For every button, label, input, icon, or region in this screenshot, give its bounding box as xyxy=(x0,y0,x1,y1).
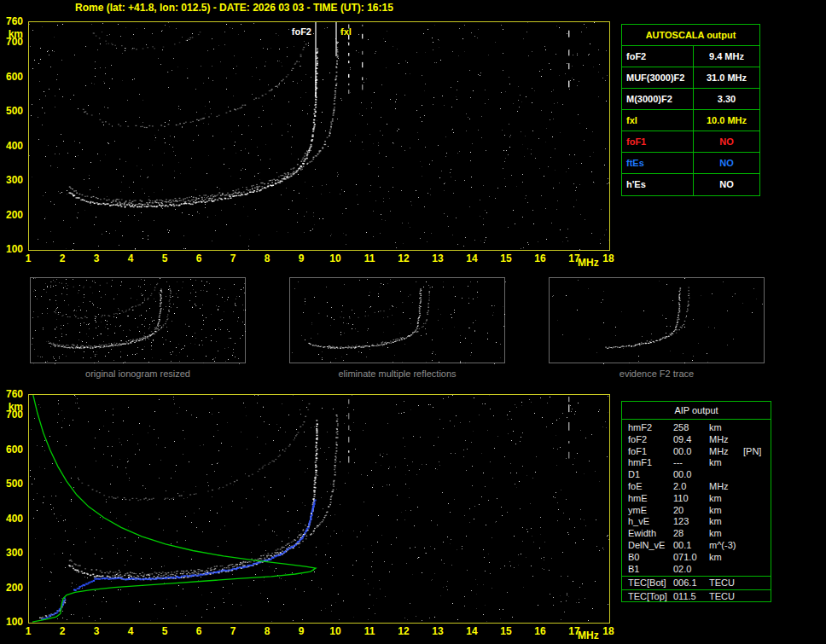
x-tick-label: 9 xyxy=(291,252,311,264)
svg-text:fxl: fxl xyxy=(340,26,352,37)
aip-row-b0: B0071.0km xyxy=(622,552,771,564)
parameter-value: NO xyxy=(694,131,759,152)
parameter-name: ftEs xyxy=(622,153,694,173)
thumbnail-caption: eliminate multiple reflections xyxy=(289,368,505,379)
parameter-unit: km xyxy=(709,505,743,517)
parameter-name: TEC[Bot] xyxy=(628,577,673,589)
parameter-name: hmF1 xyxy=(628,457,673,469)
y-axis-unit-label: km xyxy=(0,28,23,40)
aip-row-yme: ymE20km xyxy=(622,505,771,517)
parameter-unit: km xyxy=(709,516,743,528)
x-tick-label: 13 xyxy=(428,625,448,637)
aip-table-title: AIP output xyxy=(622,402,771,420)
aip-row-d1: D100.0 xyxy=(622,469,771,481)
aip-row-b1: B102.0 xyxy=(622,564,771,576)
x-tick-label: 18 xyxy=(598,625,619,637)
x-tick-label: 10 xyxy=(325,625,346,637)
x-tick-label: 10 xyxy=(325,252,346,264)
parameter-value: 9.4 MHz xyxy=(694,46,759,67)
station-date-time-header: Rome (lat: +41.8, lon: 012.5) - DATE: 20… xyxy=(75,2,393,14)
parameter-value: 00.0 xyxy=(673,446,709,458)
y-tick-label: 300 xyxy=(0,174,23,186)
parameter-note xyxy=(743,528,771,540)
x-tick-label: 12 xyxy=(393,625,414,637)
parameter-unit: km xyxy=(709,493,743,505)
y-tick-label: 300 xyxy=(0,547,23,559)
y-tick-label: 500 xyxy=(0,478,23,490)
parameter-name: B1 xyxy=(628,564,673,576)
parameter-name: DelN_vE xyxy=(628,540,673,552)
parameter-value: 071.0 xyxy=(673,552,709,564)
x-tick-label: 2 xyxy=(52,252,73,264)
autoscala-row-fof1: foF1 NO xyxy=(622,131,759,153)
parameter-value: 2.0 xyxy=(673,481,709,493)
parameter-unit: MHz xyxy=(709,481,743,493)
parameter-value: 28 xyxy=(673,528,709,540)
parameter-note xyxy=(743,505,771,517)
parameter-unit: km xyxy=(709,422,743,434)
parameter-note xyxy=(743,564,771,576)
parameter-value: 011.5 xyxy=(673,590,709,602)
y-tick-label: 200 xyxy=(0,209,23,221)
parameter-name: foE xyxy=(628,481,673,493)
x-tick-label: 11 xyxy=(359,625,380,637)
parameter-value: 3.30 xyxy=(694,89,759,109)
thumbnail-eliminate-reflections xyxy=(289,277,505,363)
x-tick-label: 1 xyxy=(18,625,38,637)
parameter-unit: MHz xyxy=(709,434,743,446)
y-tick-label: 500 xyxy=(0,105,23,117)
parameter-value: 123 xyxy=(673,516,709,528)
autoscala-row-fof2: foF2 9.4 MHz xyxy=(622,46,759,67)
svg-text:foF2: foF2 xyxy=(292,26,311,37)
parameter-unit: m^(-3) xyxy=(709,540,743,552)
x-tick-label: 14 xyxy=(462,252,482,264)
x-axis-unit-label: MHz xyxy=(578,629,599,641)
parameter-value: 02.0 xyxy=(673,564,709,576)
aip-row-hmf2: hmF2258km xyxy=(622,422,771,434)
x-tick-label: 16 xyxy=(530,252,550,264)
parameter-name: hmF2 xyxy=(628,422,673,434)
x-tick-label: 6 xyxy=(189,625,209,637)
parameter-name: Ewidth xyxy=(628,528,673,540)
aip-row-tec-bottom: TEC[Bot]006.1TECU xyxy=(622,576,771,589)
parameter-unit: TECU xyxy=(709,590,743,602)
x-tick-label: 7 xyxy=(223,625,243,637)
parameter-unit xyxy=(709,469,743,481)
parameter-note xyxy=(743,493,771,505)
parameter-value: 09.4 xyxy=(673,434,709,446)
parameter-note xyxy=(743,434,771,446)
x-tick-label: 3 xyxy=(86,625,107,637)
parameter-name: foF2 xyxy=(622,46,694,67)
thumbnail-caption: evidence F2 trace xyxy=(549,368,765,379)
autoscala-row-hes: h'Es NO xyxy=(622,174,759,195)
parameter-note: [PN] xyxy=(743,446,771,458)
x-tick-label: 11 xyxy=(359,252,380,264)
parameter-name: ymE xyxy=(628,505,673,517)
parameter-value: NO xyxy=(694,153,759,173)
parameter-value: NO xyxy=(694,174,759,195)
y-tick-label: 400 xyxy=(0,513,23,525)
parameter-unit: km xyxy=(709,528,743,540)
parameter-name: D1 xyxy=(628,469,673,481)
x-tick-label: 5 xyxy=(154,625,175,637)
y-tick-label: 600 xyxy=(0,71,23,83)
parameter-name: fxl xyxy=(622,110,694,131)
x-tick-label: 1 xyxy=(18,252,38,264)
x-tick-label: 5 xyxy=(154,252,175,264)
parameter-value: 31.0 MHz xyxy=(694,67,759,88)
aip-row-tec-top: TEC[Top]011.5TECU xyxy=(622,589,771,602)
x-tick-label: 14 xyxy=(462,625,482,637)
aip-row-ewidth: Ewidth28km xyxy=(622,528,771,540)
parameter-note xyxy=(743,457,771,469)
parameter-note xyxy=(743,422,771,434)
ionogram-plot: foF2fxl xyxy=(28,21,610,251)
x-tick-label: 16 xyxy=(530,625,550,637)
autoscala-row-fxl: fxl 10.0 MHz xyxy=(622,110,759,131)
parameter-name: M(3000)F2 xyxy=(622,89,694,109)
x-tick-label: 15 xyxy=(496,625,516,637)
thumbnail-original-ionogram xyxy=(30,277,246,363)
thumbnail-caption: original ionogram resized xyxy=(30,368,246,379)
y-tick-label: 400 xyxy=(0,140,23,152)
parameter-note xyxy=(743,469,771,481)
aip-row-hve: h_vE123km xyxy=(622,516,771,528)
